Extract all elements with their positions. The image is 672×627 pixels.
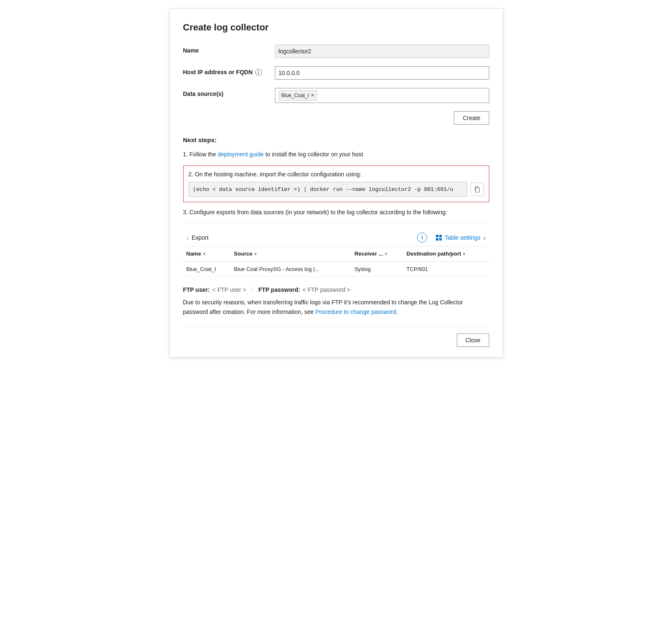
col-destination-label: Destination path/port — [407, 251, 461, 257]
col-destination-sort[interactable]: Destination path/port ∨ — [407, 251, 466, 257]
ftp-user-label: FTP user: — [183, 285, 210, 294]
toolbar-right: i Table settings — [417, 233, 489, 243]
col-receiver: Receiver ... ∨ — [351, 246, 403, 261]
datasource-tag: Blue_Coat_I ✕ — [279, 90, 317, 100]
datasources-row: Data source(s) Blue_Coat_I ✕ — [183, 88, 489, 103]
ftp-user-value: < FTP user > — [212, 285, 246, 294]
name-sort-icon: ∨ — [203, 252, 206, 256]
data-table: Name ∨ Source ∨ Receiver ... ∨ — [183, 246, 489, 277]
create-btn-row: Create — [183, 111, 489, 125]
name-label: Name — [183, 45, 275, 54]
ftp-password-label: FTP password: — [258, 285, 300, 294]
command-input[interactable] — [189, 182, 467, 197]
source-sort-icon: ∨ — [254, 252, 257, 256]
host-row: Host IP address or FQDN i — [183, 66, 489, 80]
name-row: Name — [183, 45, 489, 58]
col-name-sort[interactable]: Name ∨ — [186, 251, 206, 257]
table-settings-icon — [435, 234, 442, 241]
col-name: Name ∨ — [183, 246, 231, 261]
export-icon — [186, 234, 189, 241]
step1-suffix: to install the log collector on your hos… — [264, 151, 363, 158]
svg-rect-3 — [436, 238, 438, 241]
table-settings-label: Table settings — [445, 234, 481, 241]
tag-remove-btn[interactable]: ✕ — [311, 93, 314, 98]
ftp-section: FTP user: < FTP user > FTP password: < F… — [183, 285, 489, 316]
datasources-label: Data source(s) — [183, 88, 275, 97]
table-settings-button[interactable]: Table settings — [432, 233, 489, 243]
row-name: Blue_Coat_I — [183, 261, 231, 277]
table-toolbar: Export i Table settings — [183, 229, 489, 246]
ftp-password-value: < FTP password > — [302, 285, 350, 294]
copy-command-button[interactable] — [471, 183, 484, 196]
dialog-title: Create log collector — [183, 22, 489, 33]
host-info-icon[interactable]: i — [255, 69, 262, 75]
export-label: Export — [192, 234, 209, 241]
create-log-collector-dialog: Create log collector Name Host IP addres… — [169, 8, 503, 357]
host-label: Host IP address or FQDN i — [183, 66, 275, 75]
table-info-button[interactable]: i — [417, 233, 427, 243]
col-destination: Destination path/port ∨ — [403, 246, 489, 261]
footer-row: Close — [183, 326, 489, 347]
receiver-sort-icon: ∨ — [385, 252, 388, 256]
table-row: Blue_Coat_I Blue Coat ProxySG - Access l… — [183, 261, 489, 277]
deployment-guide-link[interactable]: deployment guide — [218, 151, 264, 158]
col-source-sort[interactable]: Source ∨ — [234, 251, 257, 257]
header-row: Name ∨ Source ∨ Receiver ... ∨ — [183, 246, 489, 261]
svg-rect-2 — [439, 235, 442, 237]
col-receiver-label: Receiver ... — [355, 251, 383, 257]
table-divider — [183, 222, 489, 223]
host-input[interactable] — [275, 66, 489, 80]
table-header: Name ∨ Source ∨ Receiver ... ∨ — [183, 246, 489, 261]
next-steps-title: Next steps: — [183, 136, 489, 143]
col-name-label: Name — [186, 251, 201, 257]
close-button[interactable]: Close — [457, 334, 489, 347]
datasources-input[interactable]: Blue_Coat_I ✕ — [275, 88, 489, 103]
ftp-credentials-row: FTP user: < FTP user > FTP password: < F… — [183, 285, 489, 294]
copy-icon — [474, 186, 481, 193]
col-source-label: Source — [234, 251, 252, 257]
export-button[interactable]: Export — [183, 233, 212, 243]
ftp-divider — [252, 287, 252, 293]
svg-rect-1 — [436, 235, 438, 237]
table-settings-chevron — [483, 234, 486, 241]
tag-label: Blue_Coat_I — [282, 93, 309, 98]
row-receiver: Syslog — [351, 261, 403, 277]
row-source: Blue Coat ProxySG - Access log (... — [231, 261, 351, 277]
change-password-link[interactable]: Procedure to change password — [315, 308, 396, 315]
ftp-description: Due to security reasons, when transferri… — [183, 298, 489, 316]
step3-label: 3. Configure exports from data sources (… — [183, 209, 489, 216]
step1-prefix: 1. Follow the — [183, 151, 218, 158]
table-body: Blue_Coat_I Blue Coat ProxySG - Access l… — [183, 261, 489, 277]
col-source: Source ∨ — [231, 246, 351, 261]
destination-sort-icon: ∨ — [463, 252, 466, 256]
name-input[interactable] — [275, 45, 489, 58]
col-receiver-sort[interactable]: Receiver ... ∨ — [355, 251, 388, 257]
step1: 1. Follow the deployment guide to instal… — [183, 150, 489, 159]
step2-wrapper: 2. On the hosting machine, import the co… — [183, 166, 489, 202]
svg-rect-4 — [439, 238, 442, 241]
svg-rect-0 — [476, 188, 479, 192]
command-input-row — [189, 182, 484, 197]
step2-label: 2. On the hosting machine, import the co… — [189, 171, 484, 178]
create-button[interactable]: Create — [454, 111, 489, 125]
row-destination: TCP/601 — [403, 261, 489, 277]
ftp-description-end: . — [396, 308, 398, 315]
